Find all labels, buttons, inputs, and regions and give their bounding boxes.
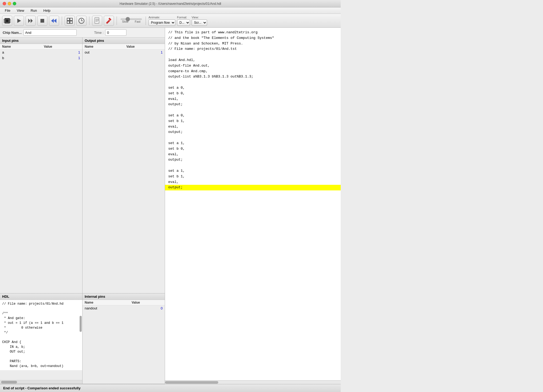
internal-pin-nandout-value: 0 <box>129 305 165 311</box>
grid-button[interactable] <box>65 16 75 26</box>
clock-button[interactable] <box>76 16 87 26</box>
speed-control: Slow Fast <box>121 18 142 23</box>
hdl-scroll-area[interactable]: // File name: projects/01/And.hd /** * A… <box>0 300 82 380</box>
bottom-panels: HDL // File name: projects/01/And.hd /**… <box>0 293 165 384</box>
minimize-button[interactable] <box>8 2 11 5</box>
hdl-scrollbar[interactable] <box>80 316 82 332</box>
input-pins-header: Input pins <box>0 38 82 44</box>
left-panel: Chip Nam... Time : Input pins Name Value <box>0 28 165 384</box>
script-button[interactable] <box>92 16 102 26</box>
highlighted-line: output; <box>165 185 341 190</box>
svg-marker-9 <box>17 19 21 23</box>
input-pins-name-col: Name <box>0 44 42 50</box>
maximize-button[interactable] <box>13 2 16 5</box>
hdl-scrollbar-thumb[interactable] <box>1 381 17 383</box>
svg-rect-15 <box>67 18 69 21</box>
format-select[interactable]: D... <box>177 19 190 26</box>
close-button[interactable] <box>3 2 6 5</box>
main-content: Chip Nam... Time : Input pins Name Value <box>0 28 341 384</box>
window-controls[interactable] <box>3 2 16 5</box>
toolbar: Slow Fast Animate: Program flow Format: … <box>0 14 341 28</box>
hdl-content: // File name: projects/01/And.hd /** * A… <box>0 300 82 370</box>
rewind-button[interactable] <box>49 16 59 26</box>
chip-name-row: Chip Nam... Time : <box>0 28 165 38</box>
menu-file[interactable]: File <box>2 8 13 13</box>
svg-rect-16 <box>70 18 72 21</box>
hdl-scrollbar-bottom[interactable] <box>0 380 82 384</box>
window-title: Hardware Simulator (2.5) - /Users/naver/… <box>120 2 221 6</box>
format-section: Format: D... <box>177 16 190 26</box>
build-button[interactable] <box>104 16 114 26</box>
internal-pins-value-col: Value <box>129 300 165 305</box>
stop-button[interactable] <box>37 16 47 26</box>
input-pin-b-value: 1 <box>42 55 82 61</box>
output-pin-out-value: 1 <box>124 50 165 55</box>
animate-label: Animate: <box>149 16 175 19</box>
chip-name-input[interactable] <box>23 29 77 36</box>
output-pins-name-col: Name <box>83 44 124 50</box>
pins-area: Input pins Name Value a 1 <box>0 38 165 293</box>
format-dropdown: D... <box>177 19 190 26</box>
internal-pins-panel: Internal pins Name Value nandout 0 <box>83 293 165 384</box>
table-row: nandout 0 <box>83 305 165 311</box>
svg-rect-18 <box>70 21 72 23</box>
output-pins-header: Output pins <box>83 38 165 44</box>
view-label: View: <box>192 16 207 19</box>
animate-section: Animate: Program flow <box>149 16 175 26</box>
svg-marker-10 <box>28 19 30 23</box>
svg-rect-2 <box>6 19 9 22</box>
titlebar: Hardware Simulator (2.5) - /Users/naver/… <box>0 0 341 7</box>
code-scrollbar[interactable] <box>165 380 341 384</box>
view-select[interactable]: Scr... <box>192 19 207 26</box>
separator-3 <box>117 17 117 25</box>
svg-rect-17 <box>67 21 69 23</box>
table-row: out 1 <box>83 50 165 55</box>
svg-marker-11 <box>31 19 33 23</box>
right-panel: // This file is part of www.nand2tetris.… <box>165 28 341 384</box>
internal-pins-header: Internal pins <box>83 293 165 300</box>
menu-run[interactable]: Run <box>28 8 40 13</box>
table-row: b 1 <box>0 55 82 61</box>
table-row: a 1 <box>0 50 82 55</box>
format-label: Format: <box>177 16 190 19</box>
menubar: File View Run Help <box>0 7 341 14</box>
chip-name-label: Chip Nam... <box>3 31 22 35</box>
input-pins-value-col: Value <box>42 44 82 50</box>
input-pins-panel: Input pins Name Value a 1 <box>0 38 83 293</box>
hdl-header: HDL <box>0 293 82 300</box>
separator-1 <box>62 17 62 25</box>
time-label: Time : <box>94 31 104 35</box>
fast-forward-button[interactable] <box>26 16 36 26</box>
input-pin-a-name: a <box>0 50 42 55</box>
output-pin-out-name: out <box>83 50 124 55</box>
separator-2 <box>89 17 89 25</box>
internal-pins-name-col: Name <box>83 300 129 305</box>
code-scrollbar-thumb[interactable] <box>165 381 218 384</box>
svg-marker-13 <box>51 19 54 23</box>
animate-select[interactable]: Program flow <box>149 19 175 26</box>
chip-icon-button[interactable] <box>2 16 12 26</box>
internal-pin-nandout-name: nandout <box>83 305 129 311</box>
output-pins-panel: Output pins Name Value out 1 <box>83 38 165 293</box>
output-pins-value-col: Value <box>124 44 165 50</box>
separator-4 <box>146 17 146 25</box>
svg-rect-12 <box>40 19 44 23</box>
statusbar: End of script - Comparison ended success… <box>0 384 341 392</box>
code-editor[interactable]: // This file is part of www.nand2tetris.… <box>165 28 341 380</box>
input-pin-b-name: b <box>0 55 42 61</box>
menu-help[interactable]: Help <box>41 8 53 13</box>
svg-rect-22 <box>95 18 99 23</box>
output-pins-table: Name Value out 1 <box>83 44 165 55</box>
view-section: View: Scr... <box>192 16 207 26</box>
internal-pins-table: Name Value nandout 0 <box>83 300 165 311</box>
hdl-panel: HDL // File name: projects/01/And.hd /**… <box>0 293 83 384</box>
play-button[interactable] <box>14 16 24 26</box>
status-message: End of script - Comparison ended success… <box>3 386 80 390</box>
view-dropdown: Scr... <box>192 19 207 26</box>
input-pin-a-value: 1 <box>42 50 82 55</box>
time-input[interactable] <box>105 29 126 36</box>
speed-slow-label: Slow <box>122 20 128 23</box>
animate-dropdown: Program flow <box>149 19 175 26</box>
input-pins-table: Name Value a 1 b 1 <box>0 44 82 61</box>
menu-view[interactable]: View <box>14 8 27 13</box>
